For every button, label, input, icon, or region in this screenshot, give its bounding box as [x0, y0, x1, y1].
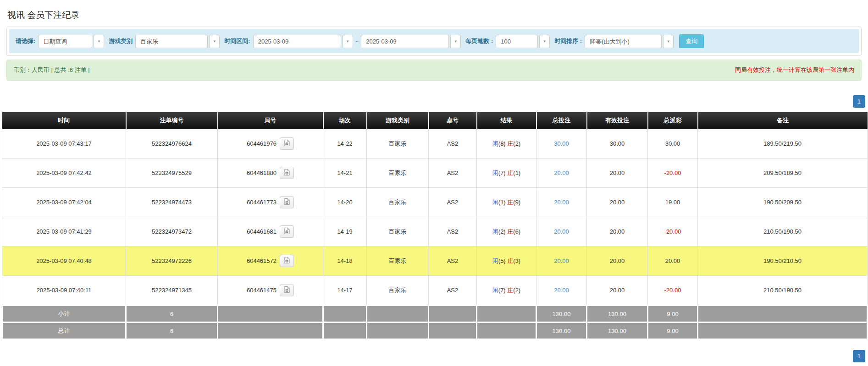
- result-player-label: 闲: [492, 257, 498, 264]
- game-type-cell: 百家乐: [367, 246, 429, 276]
- chevron-down-icon[interactable]: ▼: [663, 35, 674, 48]
- valid-bet-cell: 20.00: [587, 217, 648, 246]
- time-sort-value[interactable]: 降幂(由大到小): [585, 35, 662, 48]
- total-bet-link[interactable]: 20.00: [554, 199, 569, 206]
- subtotal-row-count: 6: [126, 306, 218, 322]
- chevron-down-icon[interactable]: ▼: [450, 35, 461, 48]
- video-replay-button[interactable]: [280, 167, 294, 179]
- video-replay-button[interactable]: [280, 225, 294, 238]
- currency-total-text: 币别：人民币 | 总共 :6 注单 |: [14, 66, 90, 74]
- total-bet-cell: 20.00: [536, 217, 587, 246]
- time-cell: 2025-03-09 07:41:29: [2, 217, 126, 246]
- total-row: 总计6130.00130.009.00: [2, 322, 868, 339]
- remark-cell: 190.50/209.50: [698, 188, 868, 217]
- date-to-select[interactable]: 2025-03-09 ▼: [361, 35, 461, 48]
- per-page-value[interactable]: 100: [496, 35, 538, 48]
- total-bet-link[interactable]: 30.00: [554, 140, 569, 147]
- total-bet-link[interactable]: 20.00: [554, 287, 569, 294]
- game-type-cell: 百家乐: [367, 188, 429, 217]
- page-1-button[interactable]: 1: [853, 350, 865, 362]
- chevron-down-icon[interactable]: ▼: [343, 35, 353, 48]
- total-row-count: 6: [126, 322, 218, 339]
- remark-cell: 209.50/189.50: [698, 158, 868, 188]
- session-cell: 14-18: [323, 246, 367, 276]
- valid-bet-cell: 20.00: [587, 188, 648, 217]
- time-cell: 2025-03-09 07:43:17: [2, 129, 126, 158]
- result-banker-label: 庄: [507, 169, 513, 176]
- total-bet-link[interactable]: 20.00: [554, 228, 569, 235]
- column-header: 注单编号: [126, 112, 218, 129]
- result-player-score: (7): [498, 169, 506, 176]
- result-banker-score: (3): [513, 257, 520, 264]
- date-from-value[interactable]: 2025-03-09: [253, 35, 341, 48]
- result-player-label: 闲: [492, 228, 498, 235]
- date-from-select[interactable]: 2025-03-09 ▼: [253, 35, 353, 48]
- round-cell: 604461773: [218, 188, 323, 217]
- video-file-icon: [283, 139, 290, 148]
- payout-cell: 19.00: [648, 188, 698, 217]
- table-row: 2025-03-09 07:42:42522324975529604461880…: [2, 158, 868, 188]
- table-no-cell: AS2: [429, 217, 477, 246]
- search-button[interactable]: 查询: [679, 34, 704, 48]
- bet-id-cell: 522324974473: [126, 188, 218, 217]
- game-type-select[interactable]: 百家乐 ▼: [135, 35, 220, 48]
- payout-cell: 30.00: [648, 129, 698, 158]
- video-file-icon: [283, 198, 290, 207]
- video-file-icon: [283, 227, 290, 236]
- total-bet-link[interactable]: 20.00: [554, 169, 569, 176]
- round-wrap: 604461681: [247, 225, 294, 238]
- total-bet-link[interactable]: 20.00: [554, 257, 569, 264]
- total-row-empty-cell: [323, 322, 367, 339]
- table-no-cell: AS2: [429, 276, 477, 306]
- game-type-value[interactable]: 百家乐: [135, 35, 208, 48]
- round-id: 604461475: [247, 287, 276, 294]
- bet-id-cell: 522324976624: [126, 129, 218, 158]
- result-banker-label: 庄: [507, 257, 513, 264]
- result-player-score: (5): [498, 257, 506, 264]
- subtotal-row-valid-bet: 130.00: [587, 306, 648, 322]
- table-row: 2025-03-09 07:42:04522324974473604461773…: [2, 188, 868, 217]
- table-no-cell: AS2: [429, 129, 477, 158]
- video-replay-button[interactable]: [280, 196, 294, 208]
- subtotal-row-empty-cell: [429, 306, 477, 322]
- chevron-down-icon[interactable]: ▼: [539, 35, 550, 48]
- filter-bar: 请选择: 日期查询 ▼ 游戏类别 百家乐 ▼ 时间区间: 2025-03-09 …: [9, 29, 859, 53]
- query-type-select[interactable]: 日期查询 ▼: [38, 35, 104, 48]
- total-row-valid-bet: 130.00: [587, 322, 648, 339]
- date-to-value[interactable]: 2025-03-09: [361, 35, 449, 48]
- valid-bet-cell: 30.00: [587, 129, 648, 158]
- time-sort-select[interactable]: 降幂(由大到小) ▼: [585, 35, 674, 48]
- date-range-label: 时间区间:: [224, 37, 250, 45]
- result-cell: 闲(5) 庄(3): [477, 246, 536, 276]
- bet-records-table: 时间注单编号局号场次游戏类别桌号结果总投注有效投注总派彩备注 2025-03-0…: [1, 112, 868, 340]
- remark-cell: 210.50/190.50: [698, 276, 868, 306]
- page-title: 视讯 会员下注纪录: [7, 9, 868, 21]
- table-header-row: 时间注单编号局号场次游戏类别桌号结果总投注有效投注总派彩备注: [2, 112, 868, 129]
- session-cell: 14-20: [323, 188, 367, 217]
- subtotal-row-total-bet: 130.00: [536, 306, 587, 322]
- range-tilde: ~: [355, 38, 359, 45]
- result-banker-score: (9): [513, 199, 520, 206]
- round-cell: 604461976: [218, 129, 323, 158]
- round-id: 604461681: [247, 228, 276, 235]
- chevron-down-icon[interactable]: ▼: [94, 35, 104, 48]
- video-replay-button[interactable]: [280, 137, 294, 150]
- video-replay-button[interactable]: [280, 255, 294, 267]
- page-1-button[interactable]: 1: [853, 95, 865, 108]
- table-row: 2025-03-09 07:40:48522324972226604461572…: [2, 246, 868, 276]
- column-header: 桌号: [429, 112, 477, 129]
- column-header: 总派彩: [648, 112, 698, 129]
- round-wrap: 604461976: [247, 137, 294, 150]
- result-banker-score: (1): [513, 169, 520, 176]
- remark-cell: 189.50/219.50: [698, 129, 868, 158]
- total-bet-cell: 20.00: [536, 246, 587, 276]
- result-player-label: 闲: [492, 169, 498, 176]
- chevron-down-icon[interactable]: ▼: [209, 35, 220, 48]
- query-type-value[interactable]: 日期查询: [38, 35, 92, 48]
- per-page-select[interactable]: 100 ▼: [496, 35, 550, 48]
- game-type-cell: 百家乐: [367, 129, 429, 158]
- video-replay-button[interactable]: [280, 284, 294, 296]
- subtotal-row-payout: 9.00: [648, 306, 698, 322]
- video-file-icon: [283, 257, 290, 265]
- result-cell: 闲(1) 庄(9): [477, 188, 536, 217]
